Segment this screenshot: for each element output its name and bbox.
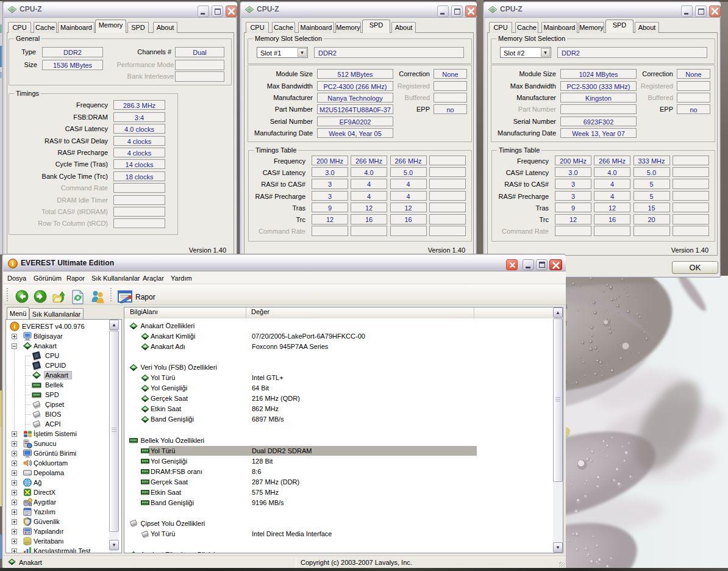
- svg-text:i: i: [13, 323, 15, 330]
